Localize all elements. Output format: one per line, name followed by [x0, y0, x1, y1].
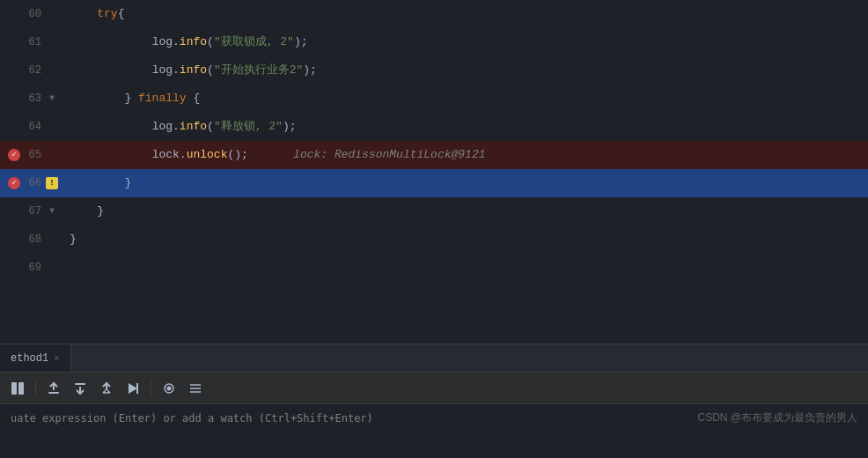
line-num-66: 66 — [22, 169, 41, 197]
line-num-69: 69 — [22, 254, 41, 282]
gutter-64: 64 — [0, 113, 66, 141]
gutter-icon-66: ! — [45, 176, 59, 190]
gutter-69: 69 — [0, 254, 66, 282]
tab-close-button[interactable]: × — [54, 353, 60, 364]
rerun-button[interactable] — [7, 378, 28, 399]
gutter-icon-64 — [45, 120, 59, 134]
line-content-63: } finally { — [66, 85, 868, 113]
gutter-icon-63: ▼ — [45, 92, 59, 106]
gutter-63: 63 ▼ — [0, 85, 66, 113]
run-to-cursor-icon — [126, 381, 140, 395]
line-num-61: 61 — [22, 28, 41, 56]
mute-breakpoints-button[interactable] — [185, 378, 206, 399]
line-num-65: 65 — [22, 141, 41, 169]
line-num-63: 63 — [22, 85, 41, 113]
code-line-65: ✓ 65 lock.unlock(); lock: RedissonMultiL… — [0, 141, 868, 169]
gutter-icon-67: ▼ — [45, 204, 59, 218]
gutter-61: 61 — [0, 28, 66, 56]
view-breakpoints-icon — [162, 381, 176, 395]
gutter-icon-68 — [45, 233, 59, 247]
line-num-67: 67 — [22, 197, 41, 225]
gutter-62: 62 — [0, 56, 66, 85]
step-out-icon — [99, 381, 114, 395]
gutter-icon-69 — [45, 261, 59, 275]
step-over-icon — [47, 381, 61, 395]
line-content-62: log.info("开始执行业务2"); — [66, 56, 868, 85]
code-line-64: 64 log.info("释放锁, 2"); — [0, 113, 868, 141]
gutter-icon-60 — [45, 7, 59, 21]
svg-rect-2 — [48, 392, 59, 394]
gutter-66: ✓ 66 ! — [0, 169, 66, 197]
line-num-68: 68 — [22, 225, 41, 254]
line-num-60: 60 — [22, 0, 41, 28]
svg-rect-0 — [11, 382, 17, 395]
code-line-69: 69 — [0, 254, 868, 282]
step-into-icon — [73, 381, 87, 395]
status-bar: uate expression (Enter) or add a watch (… — [0, 403, 868, 432]
gutter-68: 68 — [0, 225, 66, 254]
line-content-61: log.info("获取锁成, 2"); — [66, 28, 868, 56]
csdn-branding: CSDN @布布要成为最负责的男人 — [697, 410, 857, 425]
editor-empty-space — [0, 282, 868, 344]
tab-label: ethod1 — [11, 352, 48, 365]
gutter-65: ✓ 65 — [0, 141, 66, 169]
gutter-icon-65 — [45, 148, 59, 162]
warning-icon-66: ! — [46, 177, 58, 189]
code-line-63: 63 ▼ } finally { — [0, 85, 868, 113]
line-num-64: 64 — [22, 113, 41, 141]
fold-icon-63[interactable]: ▼ — [49, 85, 55, 113]
debug-tab[interactable]: ethod1 × — [0, 344, 71, 372]
code-line-66: ✓ 66 ! } — [0, 169, 868, 197]
breakpoint-check-66: ✓ — [11, 169, 16, 197]
step-over-button[interactable] — [43, 378, 64, 399]
svg-point-6 — [167, 386, 172, 390]
debugger-toolbar — [0, 372, 868, 403]
line-content-68: } — [66, 225, 868, 254]
rerun-icon — [11, 381, 25, 395]
run-to-cursor-button[interactable] — [122, 378, 143, 399]
step-out-button[interactable] — [96, 378, 117, 399]
line-content-60: try{ — [66, 0, 868, 28]
code-line-67: 67 ▼ } — [0, 197, 868, 225]
bottom-tabs-bar: ethod1 × — [0, 344, 868, 372]
breakpoint-check-65: ✓ — [11, 141, 16, 169]
gutter-60: 60 — [0, 0, 66, 28]
gutter-icon-62 — [45, 63, 59, 78]
breakpoint-icon-66[interactable]: ✓ — [8, 177, 20, 189]
code-editor: 60 try{ 61 log.info("获取锁成, 2"); 62 log.i… — [0, 0, 868, 344]
code-line-61: 61 log.info("获取锁成, 2"); — [0, 28, 868, 56]
status-hint-text: uate expression (Enter) or add a watch (… — [11, 412, 373, 425]
svg-rect-3 — [75, 383, 85, 385]
line-content-64: log.info("释放锁, 2"); — [66, 113, 868, 141]
step-into-button[interactable] — [70, 378, 91, 399]
gutter-icon-61 — [45, 35, 59, 49]
line-content-65: lock.unlock(); lock: RedissonMultiLock@9… — [66, 141, 868, 169]
code-line-62: 62 log.info("开始执行业务2"); — [0, 56, 868, 85]
svg-rect-1 — [18, 382, 24, 395]
line-content-66: } — [66, 169, 868, 197]
gutter-67: 67 ▼ — [0, 197, 66, 225]
line-num-62: 62 — [22, 56, 41, 85]
sep-1 — [35, 380, 36, 396]
code-line-60: 60 try{ — [0, 0, 868, 28]
breakpoint-icon-65[interactable]: ✓ — [8, 149, 20, 161]
fold-icon-67[interactable]: ▼ — [49, 197, 55, 225]
sep-2 — [151, 380, 151, 396]
line-content-67: } — [66, 197, 868, 225]
code-line-68: 68 } — [0, 225, 868, 254]
view-breakpoints-button[interactable] — [158, 378, 180, 399]
mute-breakpoints-icon — [188, 381, 202, 395]
